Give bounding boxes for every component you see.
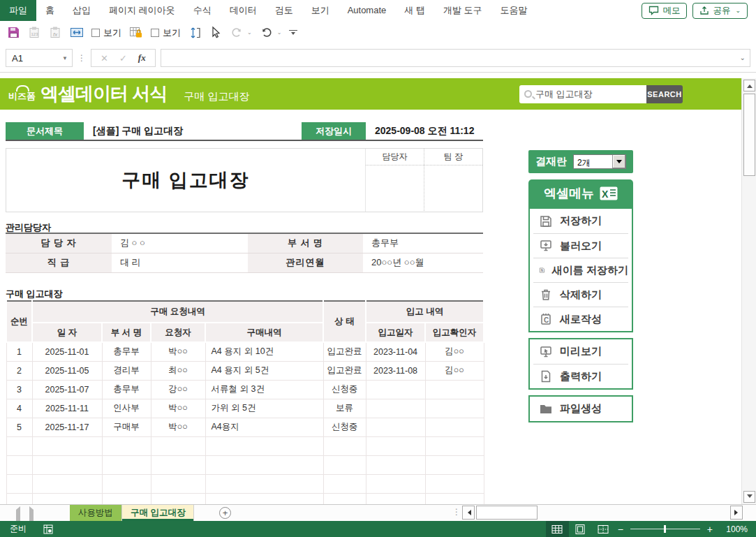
undo-dropdown-icon[interactable]: ⌄ <box>277 29 282 36</box>
comments-button[interactable]: 메모 <box>642 3 687 19</box>
normal-view-button[interactable] <box>546 521 569 537</box>
cell-receive-checker[interactable] <box>425 474 484 493</box>
insert-function-icon[interactable]: fx <box>138 52 146 64</box>
approval-count-select[interactable]: 2개 <box>573 154 626 169</box>
cell-receive-date[interactable]: 2023-11-04 <box>366 342 425 361</box>
cell-status[interactable]: 입고완료 <box>323 342 366 361</box>
cell-date[interactable]: 2025-11-01 <box>32 342 102 361</box>
cell-receive-checker[interactable] <box>425 380 484 399</box>
cell-dept[interactable]: 인사부 <box>102 399 151 418</box>
cell-no[interactable] <box>6 455 32 474</box>
formula-bar-expand-icon[interactable]: ⌄ <box>740 54 746 61</box>
cell-dept[interactable] <box>102 436 151 455</box>
zoom-in-button[interactable]: + <box>704 524 716 535</box>
macro-record-button[interactable] <box>43 524 53 534</box>
tab-view[interactable]: 보기 <box>302 0 339 21</box>
cell-items[interactable] <box>205 455 323 474</box>
cell-status[interactable]: 보류 <box>323 399 366 418</box>
redo-button[interactable]: ⌄ <box>230 26 252 39</box>
tab-formulas[interactable]: 수식 <box>184 0 221 21</box>
cell-date[interactable]: 2025-11-11 <box>32 399 102 418</box>
cell-date[interactable]: 2025-11-05 <box>32 361 102 380</box>
cell-dept[interactable]: 총무부 <box>102 380 151 399</box>
manager-name-value[interactable]: 김 ○ ○ <box>112 233 248 253</box>
tab-review[interactable]: 검토 <box>266 0 302 21</box>
sheet-tab-purchase-ledger[interactable]: 구매 입고대장 <box>122 505 194 521</box>
cell-dept[interactable] <box>102 455 151 474</box>
cell-date[interactable]: 2025-11-07 <box>32 380 102 399</box>
share-button[interactable]: 공유 ⌄ <box>692 3 748 19</box>
sheet-tab-usage[interactable]: 사용방법 <box>70 505 122 521</box>
cell-receive-checker[interactable] <box>425 418 484 436</box>
cell-receive-date[interactable] <box>366 455 425 474</box>
cell-items[interactable]: A4 용지 외 10건 <box>205 342 323 361</box>
cell-date[interactable]: 2025-11-17 <box>32 418 102 436</box>
tab-automate[interactable]: Automate <box>339 0 396 21</box>
column-width-button[interactable] <box>70 26 84 39</box>
view-checkbox-1[interactable]: 보기 <box>91 27 121 39</box>
cell-status[interactable]: 신청중 <box>323 380 366 399</box>
sign-cell-team-lead[interactable] <box>424 165 482 211</box>
share-dropdown-icon[interactable]: ⌄ <box>735 7 741 14</box>
cell-no[interactable]: 4 <box>6 399 32 418</box>
tab-file[interactable]: 파일 <box>0 0 36 21</box>
cell-status[interactable] <box>323 474 366 493</box>
scroll-up-button[interactable] <box>743 80 755 91</box>
horizontal-scrollbar-thumb[interactable] <box>476 506 538 520</box>
cell-receive-checker[interactable] <box>425 399 484 418</box>
toolbar-overflow-button[interactable] <box>289 30 297 36</box>
tab-insert[interactable]: 삽입 <box>64 0 100 21</box>
cell-no[interactable]: 5 <box>6 418 32 436</box>
cell-dept[interactable] <box>102 474 151 493</box>
tab-new-tab[interactable]: 새 탭 <box>395 0 434 21</box>
cell-receive-checker[interactable]: 김○○ <box>425 361 484 380</box>
cell-items[interactable] <box>205 436 323 455</box>
vertical-scrollbar-thumb[interactable] <box>743 94 755 176</box>
dept-name-value[interactable]: 총무부 <box>363 233 483 253</box>
cell-no[interactable]: 1 <box>6 342 32 361</box>
tab-developer[interactable]: 개발 도구 <box>434 0 491 21</box>
enter-icon[interactable]: ✓ <box>119 53 127 64</box>
sign-cell-manager[interactable] <box>366 165 424 211</box>
save-button[interactable] <box>7 26 20 39</box>
horizontal-scrollbar[interactable] <box>462 506 743 520</box>
manage-month-value[interactable]: 20○○년 ○○월 <box>363 253 483 272</box>
cell-status[interactable] <box>323 455 366 474</box>
cell-dept[interactable]: 총무부 <box>102 342 151 361</box>
cell-receive-checker[interactable] <box>425 436 484 455</box>
position-value[interactable]: 대 리 <box>112 253 248 272</box>
name-box[interactable]: A1 ▼ <box>6 49 73 67</box>
scroll-left-button[interactable] <box>462 506 475 520</box>
tab-home[interactable]: 홈 <box>36 0 64 21</box>
cell-status[interactable] <box>323 436 366 455</box>
cell-requester[interactable] <box>151 455 205 474</box>
cell-receive-checker[interactable] <box>425 455 484 474</box>
preview-menu-item[interactable]: 미리보기 <box>533 339 628 364</box>
combo-dropdown-button[interactable] <box>612 155 625 168</box>
scroll-down-button[interactable] <box>743 491 755 503</box>
save-as-menu-item[interactable]: N 새이름 저장하기 <box>533 258 628 282</box>
cell-date[interactable] <box>32 436 102 455</box>
search-field[interactable] <box>519 85 646 103</box>
cell-date[interactable] <box>32 474 102 493</box>
delete-menu-item[interactable]: 삭제하기 <box>533 282 628 307</box>
cell-no[interactable]: 2 <box>6 361 32 380</box>
cell-items[interactable]: 서류철 외 3건 <box>205 380 323 399</box>
cell-receive-date[interactable] <box>366 474 425 493</box>
cell-receive-date[interactable] <box>366 380 425 399</box>
checkbox-icon[interactable] <box>91 29 100 37</box>
cell-no[interactable]: 3 <box>6 380 32 399</box>
checkbox-icon[interactable] <box>151 29 159 37</box>
cell-receive-date[interactable] <box>366 418 425 436</box>
cell-no[interactable] <box>6 436 32 455</box>
cell-requester[interactable] <box>151 474 205 493</box>
cell-date[interactable] <box>32 455 102 474</box>
cell-receive-date[interactable] <box>366 436 425 455</box>
name-box-dropdown-icon[interactable]: ▼ <box>62 55 68 61</box>
protect-sheet-button[interactable] <box>129 26 143 39</box>
zoom-slider-thumb[interactable] <box>664 525 666 533</box>
cell-requester[interactable] <box>151 436 205 455</box>
formula-bar-handle[interactable]: ⋮ <box>77 53 86 63</box>
cell-items[interactable]: A4 용지 외 5건 <box>205 361 323 380</box>
print-menu-item[interactable]: 출력하기 <box>533 364 628 388</box>
